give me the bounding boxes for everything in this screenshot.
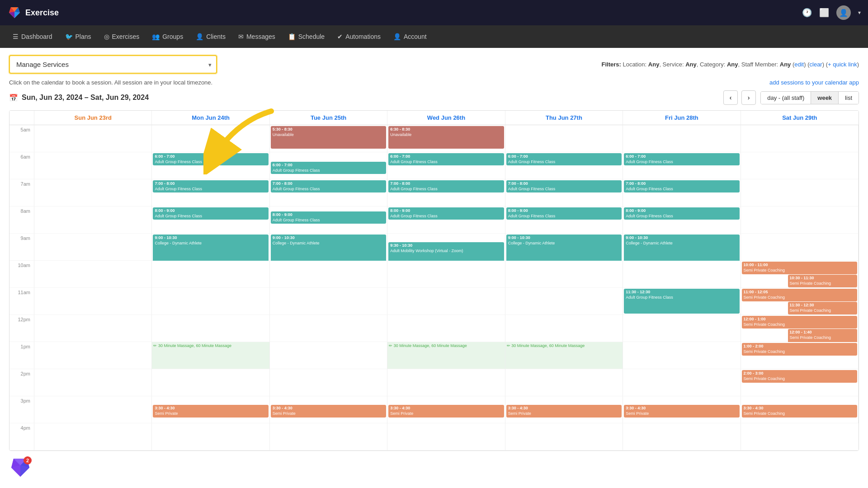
cell-tue-11am[interactable] [270,288,387,315]
cell-tue-3pm[interactable]: 3:30 - 4:30 Semi Private [270,396,387,423]
cell-tue-12pm[interactable] [270,315,387,342]
cell-thu-10am[interactable] [505,261,623,288]
event-tue-6am[interactable]: 6:00 - 7:00 Adult Group Fitness Class [271,162,386,174]
event-sat-11am-1[interactable]: 11:00 - 12:05 Semi Private Coaching [742,289,857,301]
cell-sun-9am[interactable] [34,234,152,261]
cell-tue-1pm[interactable] [270,342,387,369]
next-week-button[interactable]: › [741,90,756,105]
cell-wed-3pm[interactable]: 3:30 - 4:30 Semi Private [387,396,505,423]
cell-wed-8am[interactable]: 8:00 - 9:00 Adult Group Fitness Class [387,206,505,234]
cell-mon-6am[interactable]: 6:00 - 7:00 Adult Group Fitness Class [152,152,269,179]
sidebar-item-groups[interactable]: 👥 Groups [146,25,189,48]
event-wed-8am[interactable]: 8:00 - 9:00 Adult Group Fitness Class [388,207,504,220]
event-fri-11am[interactable]: 11:30 - 12:30 Adult Group Fitness Class [624,289,739,314]
sidebar-item-clients[interactable]: 👤 Clients [190,25,231,48]
cell-sun-6am[interactable] [34,152,152,179]
cell-sat-3pm[interactable]: 3:30 - 4:30 Semi Private Coaching [741,396,859,423]
event-wed-7am[interactable]: 7:00 - 8:00 Adult Group Fitness Class [388,180,504,192]
cell-sun-3pm[interactable] [34,396,152,423]
cell-thu-7am[interactable]: 7:00 - 8:00 Adult Group Fitness Class [505,179,623,206]
cell-wed-9am[interactable]: 9:30 - 10:30 Adult Mobility Workshop (Vi… [387,234,505,261]
cell-fri-6am[interactable]: 6:00 - 7:00 Adult Group Fitness Class [623,152,741,179]
window-icon[interactable]: ⬜ [819,8,829,18]
cell-mon-4pm[interactable] [152,423,269,450]
cell-sun-4pm[interactable] [34,423,152,450]
cell-sun-7am[interactable] [34,179,152,206]
sidebar-item-dashboard[interactable]: ☰ Dashboard [7,25,58,48]
event-fri-3pm[interactable]: 3:30 - 4:30 Semi Private [624,405,739,418]
cell-thu-5am[interactable] [505,125,623,152]
cell-mon-3pm[interactable]: 3:30 - 4:30 Semi Private [152,396,269,423]
cell-fri-2pm[interactable] [623,369,741,396]
cell-tue-9am[interactable]: 9:00 - 10:30 College - Dynamic Athlete [270,234,387,261]
cell-sun-8am[interactable] [34,206,152,234]
sidebar-item-automations[interactable]: ✔ Automations [332,25,386,48]
cell-wed-6am[interactable]: 6:00 - 7:00 Adult Group Fitness Class [387,152,505,179]
sidebar-item-messages[interactable]: ✉ Messages [233,25,281,48]
event-thu-8am[interactable]: 8:00 - 9:00 Adult Group Fitness Class [506,207,622,220]
cell-fri-7am[interactable]: 7:00 - 8:00 Adult Group Fitness Class [623,179,741,206]
manage-services-select[interactable]: Manage Services All Services Adult Group… [10,56,216,73]
cell-sun-12pm[interactable] [34,315,152,342]
cell-wed-10am[interactable] [387,261,505,288]
cell-fri-8am[interactable]: 8:00 - 9:00 Adult Group Fitness Class [623,206,741,234]
cell-sat-9am[interactable] [741,234,859,261]
cell-tue-10am[interactable] [270,261,387,288]
event-fri-8am[interactable]: 8:00 - 9:00 Adult Group Fitness Class [624,207,739,220]
cell-fri-12pm[interactable] [623,315,741,342]
cell-thu-9am[interactable]: 9:00 - 10:30 College - Dynamic Athlete [505,234,623,261]
event-sat-11am-2[interactable]: 11:30 - 12:30 Semi Private Coaching [788,302,857,314]
event-fri-6am[interactable]: 6:00 - 7:00 Adult Group Fitness Class [624,153,739,165]
cell-wed-12pm[interactable] [387,315,505,342]
cell-thu-1pm[interactable]: ✏ 30 Minute Massage, 60 Minute Massage [505,342,623,369]
cell-fri-9am[interactable]: 9:00 - 10:30 College - Dynamic Athlete [623,234,741,261]
clear-filter-link[interactable]: clear [810,61,822,68]
avatar[interactable]: 👤 [836,5,851,20]
cell-wed-5am[interactable]: 6:30 - 8:30 Unavailable [387,125,505,152]
event-wed-6am[interactable]: 6:00 - 7:00 Adult Group Fitness Class [388,153,504,165]
cell-thu-8am[interactable]: 8:00 - 9:00 Adult Group Fitness Class [505,206,623,234]
cell-wed-11am[interactable] [387,288,505,315]
cell-fri-3pm[interactable]: 3:30 - 4:30 Semi Private [623,396,741,423]
cell-wed-4pm[interactable] [387,423,505,450]
event-wed-unavailable[interactable]: 6:30 - 8:30 Unavailable [388,126,504,149]
cell-sun-5am[interactable] [34,125,152,152]
sidebar-item-exercises[interactable]: ◎ Exercises [99,25,145,48]
cell-wed-2pm[interactable] [387,369,505,396]
event-mon-3pm[interactable]: 3:30 - 4:30 Semi Private [153,405,268,418]
list-view-button[interactable]: list [839,92,859,104]
cell-mon-9am[interactable]: 9:00 - 10:30 College - Dynamic Athlete [152,234,269,261]
cell-fri-1pm[interactable] [623,342,741,369]
cell-sat-12pm[interactable]: 12:00 - 1:00 Semi Private Coaching 12:00… [741,315,859,342]
cell-sat-8am[interactable] [741,206,859,234]
event-fri-7am[interactable]: 7:00 - 8:00 Adult Group Fitness Class [624,180,739,192]
edit-filter-link[interactable]: edit [794,61,804,68]
cell-thu-11am[interactable] [505,288,623,315]
event-mon-7am[interactable]: 7:00 - 8:00 Adult Group Fitness Class [153,180,268,192]
add-to-calendar-link[interactable]: add sessions to your calendar app [769,79,859,86]
cell-mon-10am[interactable] [152,261,269,288]
cell-mon-5am[interactable] [152,125,269,152]
cell-sun-2pm[interactable] [34,369,152,396]
cell-mon-8am[interactable]: 8:00 - 9:00 Adult Group Fitness Class [152,206,269,234]
manage-services-dropdown[interactable]: Manage Services All Services Adult Group… [9,55,217,74]
cell-thu-3pm[interactable]: 3:30 - 4:30 Semi Private [505,396,623,423]
cell-thu-12pm[interactable] [505,315,623,342]
event-thu-6am[interactable]: 6:00 - 7:00 Adult Group Fitness Class [506,153,622,165]
event-thu-3pm[interactable]: 3:30 - 4:30 Semi Private [506,405,622,418]
cell-sat-7am[interactable] [741,179,859,206]
event-wed-3pm[interactable]: 3:30 - 4:30 Semi Private [388,405,504,418]
cell-tue-4pm[interactable] [270,423,387,450]
account-chevron-icon[interactable]: ▾ [858,9,861,16]
cell-thu-6am[interactable]: 6:00 - 7:00 Adult Group Fitness Class [505,152,623,179]
cell-sun-1pm[interactable] [34,342,152,369]
day-view-button[interactable]: day - (all staff) [761,92,811,104]
cell-sat-6am[interactable] [741,152,859,179]
cell-tue-7am[interactable]: 7:00 - 8:00 Adult Group Fitness Class [270,179,387,206]
event-tue-unavailable[interactable]: 5:30 - 8:30 Unavailable [271,126,386,149]
event-sat-3pm[interactable]: 3:30 - 4:30 Semi Private Coaching [742,405,857,418]
cell-sat-1pm[interactable]: 1:00 - 2:00 Semi Private Coaching [741,342,859,369]
event-tue-8am[interactable]: 8:00 - 9:00 Adult Group Fitness Class [271,211,386,224]
cell-sat-5am[interactable] [741,125,859,152]
event-sat-10am-1[interactable]: 10:00 - 11:00 Semi Private Coaching [742,262,857,274]
